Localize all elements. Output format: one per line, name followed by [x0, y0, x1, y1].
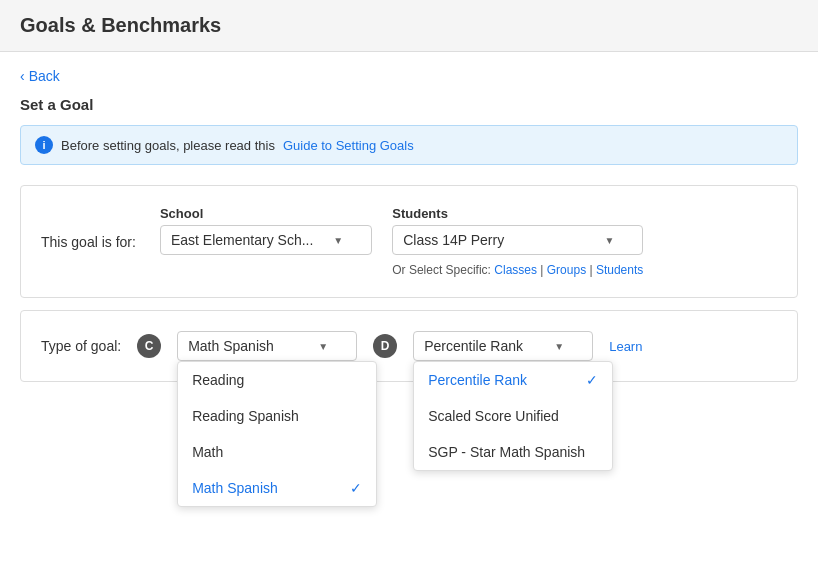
badge-d: D [373, 334, 397, 358]
option-sgp[interactable]: SGP - Star Math Spanish [414, 434, 612, 470]
school-dropdown[interactable]: East Elementary Sch... ▼ [160, 225, 372, 255]
check-icon: ✓ [586, 372, 598, 388]
school-label: School [160, 206, 372, 221]
subject-dropdown-value: Math Spanish [188, 338, 274, 354]
metric-dropdown-menu: Percentile Rank ✓ Scaled Score Unified S… [413, 361, 613, 471]
option-math-label: Math [192, 444, 223, 460]
option-math-spanish-label: Math Spanish [192, 480, 278, 496]
option-reading-spanish-label: Reading Spanish [192, 408, 299, 424]
option-percentile-rank[interactable]: Percentile Rank ✓ [414, 362, 612, 398]
option-scaled-score[interactable]: Scaled Score Unified [414, 398, 612, 434]
set-a-goal-title: Set a Goal [20, 96, 798, 113]
option-sgp-label: SGP - Star Math Spanish [428, 444, 585, 460]
option-math-spanish[interactable]: Math Spanish ✓ [178, 470, 376, 506]
groups-link[interactable]: Groups [547, 263, 586, 277]
option-percentile-rank-label: Percentile Rank [428, 372, 527, 388]
page-title: Goals & Benchmarks [20, 14, 798, 37]
chevron-down-icon: ▼ [318, 341, 328, 352]
learn-link[interactable]: Learn [609, 339, 642, 354]
chevron-left-icon: ‹ [20, 68, 25, 84]
option-scaled-score-label: Scaled Score Unified [428, 408, 559, 424]
option-reading-label: Reading [192, 372, 244, 388]
metric-dropdown-value: Percentile Rank [424, 338, 523, 354]
classes-link[interactable]: Classes [494, 263, 537, 277]
students-field-block: Students Class 14P Perry ▼ Or Select Spe… [392, 206, 643, 277]
goal-for-label: This goal is for: [41, 206, 136, 250]
subject-dropdown-wrapper: Math Spanish ▼ Reading Reading Spanish M… [177, 331, 357, 361]
students-label: Students [392, 206, 643, 221]
option-math[interactable]: Math [178, 434, 376, 470]
chevron-down-icon: ▼ [604, 235, 614, 246]
metric-dropdown[interactable]: Percentile Rank ▼ [413, 331, 593, 361]
subject-dropdown[interactable]: Math Spanish ▼ [177, 331, 357, 361]
badge-c: C [137, 334, 161, 358]
school-dropdown-value: East Elementary Sch... [171, 232, 313, 248]
option-reading-spanish[interactable]: Reading Spanish [178, 398, 376, 434]
option-reading[interactable]: Reading [178, 362, 376, 398]
chevron-down-icon: ▼ [554, 341, 564, 352]
info-icon: i [35, 136, 53, 154]
subject-dropdown-menu: Reading Reading Spanish Math Math Spanis… [177, 361, 377, 507]
metric-dropdown-wrapper: Percentile Rank ▼ Percentile Rank ✓ Scal… [413, 331, 593, 361]
or-select-row: Or Select Specific: Classes | Groups | S… [392, 263, 643, 277]
school-field-block: School East Elementary Sch... ▼ [160, 206, 372, 255]
content-area: ‹ Back Set a Goal i Before setting goals… [0, 52, 818, 398]
field-group: School East Elementary Sch... ▼ Students… [160, 206, 643, 277]
type-row: Type of goal: C Math Spanish ▼ Reading R… [41, 331, 777, 361]
type-of-goal-section: Type of goal: C Math Spanish ▼ Reading R… [20, 310, 798, 382]
page-header: Goals & Benchmarks [0, 0, 818, 52]
goal-for-fields: School East Elementary Sch... ▼ Students… [160, 206, 643, 277]
check-icon: ✓ [350, 480, 362, 496]
goal-for-section: This goal is for: School East Elementary… [20, 185, 798, 298]
info-banner: i Before setting goals, please read this… [20, 125, 798, 165]
back-link[interactable]: ‹ Back [20, 68, 60, 84]
students-dropdown[interactable]: Class 14P Perry ▼ [392, 225, 643, 255]
goal-for-row: This goal is for: School East Elementary… [41, 206, 777, 277]
chevron-down-icon: ▼ [333, 235, 343, 246]
students-link[interactable]: Students [596, 263, 643, 277]
students-dropdown-value: Class 14P Perry [403, 232, 504, 248]
guide-link[interactable]: Guide to Setting Goals [283, 138, 414, 153]
type-of-goal-label: Type of goal: [41, 338, 121, 354]
info-banner-text: Before setting goals, please read this [61, 138, 275, 153]
